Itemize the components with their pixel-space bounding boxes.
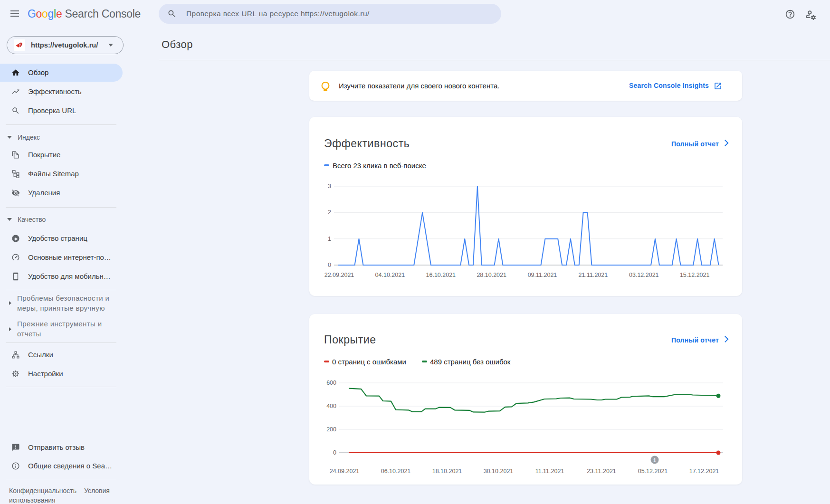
svg-text:2: 2 bbox=[328, 209, 331, 216]
svg-text:24.09.2021: 24.09.2021 bbox=[330, 468, 360, 475]
svg-text:200: 200 bbox=[326, 426, 336, 433]
svg-text:22.09.2021: 22.09.2021 bbox=[324, 272, 354, 278]
svg-text:1: 1 bbox=[328, 236, 331, 242]
svg-text:400: 400 bbox=[326, 403, 336, 409]
svg-text:28.10.2021: 28.10.2021 bbox=[477, 272, 506, 278]
svg-text:1: 1 bbox=[653, 457, 657, 463]
svg-text:09.11.2021: 09.11.2021 bbox=[528, 272, 557, 278]
svg-text:600: 600 bbox=[326, 380, 336, 386]
svg-text:0: 0 bbox=[333, 449, 336, 456]
svg-text:03.12.2021: 03.12.2021 bbox=[629, 272, 659, 278]
svg-text:06.10.2021: 06.10.2021 bbox=[381, 468, 411, 475]
svg-text:05.12.2021: 05.12.2021 bbox=[638, 468, 668, 475]
svg-text:21.11.2021: 21.11.2021 bbox=[579, 272, 608, 278]
svg-text:16.10.2021: 16.10.2021 bbox=[426, 272, 456, 278]
svg-text:15.12.2021: 15.12.2021 bbox=[680, 272, 710, 278]
svg-text:17.12.2021: 17.12.2021 bbox=[689, 468, 719, 475]
svg-text:11.11.2021: 11.11.2021 bbox=[535, 468, 564, 475]
svg-text:3: 3 bbox=[328, 183, 331, 190]
svg-text:30.10.2021: 30.10.2021 bbox=[484, 468, 514, 475]
svg-text:23.11.2021: 23.11.2021 bbox=[587, 468, 616, 475]
svg-text:18.10.2021: 18.10.2021 bbox=[432, 468, 462, 475]
svg-text:04.10.2021: 04.10.2021 bbox=[375, 272, 405, 278]
svg-text:0: 0 bbox=[328, 262, 331, 268]
